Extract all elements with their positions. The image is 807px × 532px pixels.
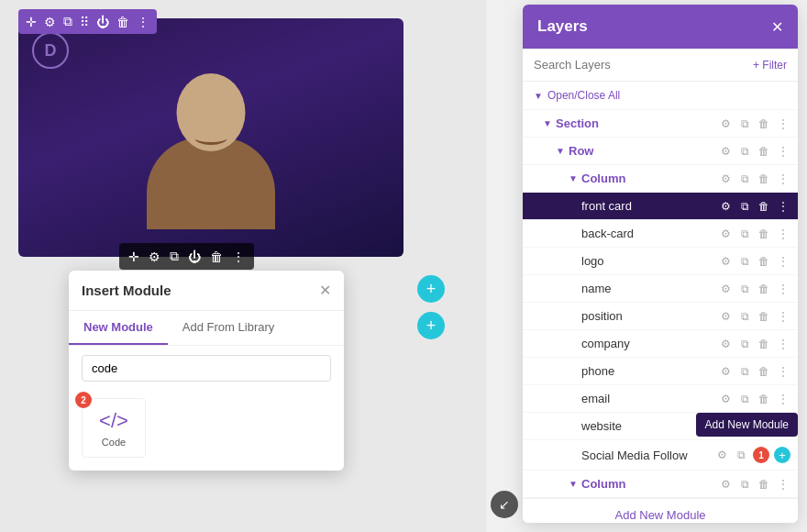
settings-icon-2[interactable]: ⚙: [149, 249, 160, 264]
layer-item-company[interactable]: company ⚙ ⧉ 🗑 ⋮: [523, 330, 798, 358]
frontcard-copy-icon[interactable]: ⧉: [737, 200, 752, 213]
layer-item-back-card[interactable]: back-card ⚙ ⧉ 🗑 ⋮: [523, 220, 798, 248]
module-top-toolbar[interactable]: ✛ ⚙ ⧉ ⠿ ⏻ 🗑 ⋮: [18, 9, 157, 34]
layer-actions-column-2: ⚙ ⧉ 🗑 ⋮: [718, 478, 790, 491]
position-delete-icon[interactable]: 🗑: [757, 310, 771, 323]
phone-copy-icon[interactable]: ⧉: [737, 365, 752, 378]
name-copy-icon[interactable]: ⧉: [737, 283, 752, 295]
column2-arrow-icon: ▼: [569, 479, 581, 489]
delete-icon[interactable]: 🗑: [116, 15, 129, 29]
section-copy-icon[interactable]: ⧉: [737, 117, 752, 130]
copy-icon-2[interactable]: ⧉: [170, 249, 179, 264]
layer-item-phone[interactable]: phone ⚙ ⧉ 🗑 ⋮: [523, 358, 798, 385]
section-settings-icon[interactable]: ⚙: [718, 117, 733, 130]
email-settings-icon[interactable]: ⚙: [718, 393, 733, 405]
frontcard-more-icon[interactable]: ⋮: [776, 200, 790, 213]
col2-more-icon[interactable]: ⋮: [776, 478, 790, 491]
layer-name-row: Row: [569, 144, 718, 158]
logo-settings-icon[interactable]: ⚙: [718, 255, 733, 268]
layers-close-button[interactable]: ✕: [771, 18, 783, 36]
social-settings-icon[interactable]: ⚙: [714, 449, 729, 461]
company-more-icon[interactable]: ⋮: [776, 338, 790, 350]
email-delete-icon[interactable]: 🗑: [757, 393, 771, 405]
tab-new-module[interactable]: New Module: [69, 311, 168, 345]
layer-item-column-2[interactable]: ▼ Column ⚙ ⧉ 🗑 ⋮: [523, 471, 798, 498]
layer-item-name[interactable]: name ⚙ ⧉ 🗑 ⋮: [523, 275, 798, 303]
backcard-delete-icon[interactable]: 🗑: [757, 227, 771, 240]
company-copy-icon[interactable]: ⧉: [737, 338, 752, 350]
side-plus-button-2[interactable]: +: [417, 312, 445, 339]
delete-icon-2[interactable]: 🗑: [210, 249, 223, 264]
col2-delete-icon[interactable]: 🗑: [757, 478, 771, 491]
copy-icon[interactable]: ⧉: [63, 14, 72, 29]
layer-item-social-media[interactable]: Social Media Follow ⚙ ⧉ 1 + Add New Modu…: [523, 440, 798, 471]
row-settings-icon[interactable]: ⚙: [718, 145, 733, 158]
add-new-module-button[interactable]: Add New Module: [523, 498, 798, 523]
company-settings-icon[interactable]: ⚙: [718, 338, 733, 350]
position-copy-icon[interactable]: ⧉: [737, 310, 752, 323]
power-icon[interactable]: ⏻: [96, 15, 109, 29]
layer-item-section[interactable]: ▼ Section ⚙ ⧉ 🗑 ⋮: [523, 110, 798, 138]
move-icon-2[interactable]: ✛: [128, 249, 139, 264]
col2-settings-icon[interactable]: ⚙: [718, 478, 733, 491]
layer-item-position[interactable]: position ⚙ ⧉ 🗑 ⋮: [523, 303, 798, 330]
layer-item-front-card[interactable]: front card ⚙ ⧉ 🗑 ⋮: [523, 193, 798, 220]
filter-label: + Filter: [753, 59, 787, 72]
col1-copy-icon[interactable]: ⧉: [737, 172, 752, 185]
tab-add-from-library[interactable]: Add From Library: [168, 311, 289, 345]
name-delete-icon[interactable]: 🗑: [757, 283, 771, 295]
position-more-icon[interactable]: ⋮: [776, 310, 790, 323]
col1-settings-icon[interactable]: ⚙: [718, 172, 733, 185]
phone-settings-icon[interactable]: ⚙: [718, 365, 733, 378]
layer-item-row[interactable]: ▼ Row ⚙ ⧉ 🗑 ⋮: [523, 138, 798, 165]
layer-name-phone: phone: [581, 364, 718, 378]
layer-actions-front-card: ⚙ ⧉ 🗑 ⋮: [718, 200, 790, 213]
col2-copy-icon[interactable]: ⧉: [737, 478, 752, 491]
insert-module-close-button[interactable]: ✕: [319, 282, 331, 299]
backcard-more-icon[interactable]: ⋮: [776, 227, 790, 240]
layer-item-column-1[interactable]: ▼ Column ⚙ ⧉ 🗑 ⋮: [523, 165, 798, 193]
power-icon-2[interactable]: ⏻: [188, 249, 201, 264]
settings-icon[interactable]: ⚙: [44, 15, 56, 29]
social-copy-icon[interactable]: ⧉: [734, 449, 748, 461]
position-settings-icon[interactable]: ⚙: [718, 310, 733, 323]
layers-filter-button[interactable]: + Filter: [753, 59, 787, 72]
col1-more-icon[interactable]: ⋮: [776, 172, 790, 185]
more-icon-2[interactable]: ⋮: [232, 249, 245, 264]
move-icon[interactable]: ✛: [26, 15, 37, 29]
layer-item-email[interactable]: email ⚙ ⧉ 🗑 ⋮: [523, 385, 798, 413]
email-copy-icon[interactable]: ⧉: [737, 393, 752, 405]
col1-delete-icon[interactable]: 🗑: [757, 172, 771, 185]
grid-icon[interactable]: ⠿: [80, 15, 89, 29]
layers-title: Layers: [537, 17, 588, 36]
module-search-input[interactable]: [82, 355, 331, 382]
social-add-plus-button[interactable]: +: [774, 447, 790, 463]
frontcard-delete-icon[interactable]: 🗑: [757, 200, 771, 213]
logo-delete-icon[interactable]: 🗑: [757, 255, 771, 268]
logo-copy-icon[interactable]: ⧉: [737, 255, 752, 268]
open-close-arrow-icon: ▼: [534, 91, 543, 101]
phone-delete-icon[interactable]: 🗑: [757, 365, 771, 378]
email-more-icon[interactable]: ⋮: [776, 393, 790, 405]
card-bottom-toolbar[interactable]: ✛ ⚙ ⧉ ⏻ 🗑 ⋮: [119, 243, 254, 270]
layer-item-logo[interactable]: logo ⚙ ⧉ 🗑 ⋮: [523, 248, 798, 275]
section-delete-icon[interactable]: 🗑: [757, 117, 771, 130]
backcard-settings-icon[interactable]: ⚙: [718, 227, 733, 240]
name-more-icon[interactable]: ⋮: [776, 283, 790, 295]
row-more-icon[interactable]: ⋮: [776, 145, 790, 158]
layers-search-input[interactable]: [534, 58, 746, 72]
phone-more-icon[interactable]: ⋮: [776, 365, 790, 378]
frontcard-settings-icon[interactable]: ⚙: [718, 200, 733, 213]
backcard-copy-icon[interactable]: ⧉: [737, 227, 752, 240]
module-item-code[interactable]: 2 </> Code: [82, 398, 146, 458]
side-plus-button-1[interactable]: +: [417, 275, 445, 303]
name-settings-icon[interactable]: ⚙: [718, 283, 733, 295]
company-delete-icon[interactable]: 🗑: [757, 338, 771, 350]
layers-open-close[interactable]: ▼ Open/Close All: [523, 82, 798, 110]
logo-more-icon[interactable]: ⋮: [776, 255, 790, 268]
row-delete-icon[interactable]: 🗑: [757, 145, 771, 158]
more-icon[interactable]: ⋮: [137, 15, 149, 29]
section-more-icon[interactable]: ⋮: [776, 117, 790, 130]
row-copy-icon[interactable]: ⧉: [737, 145, 752, 158]
layer-name-company: company: [581, 337, 718, 350]
